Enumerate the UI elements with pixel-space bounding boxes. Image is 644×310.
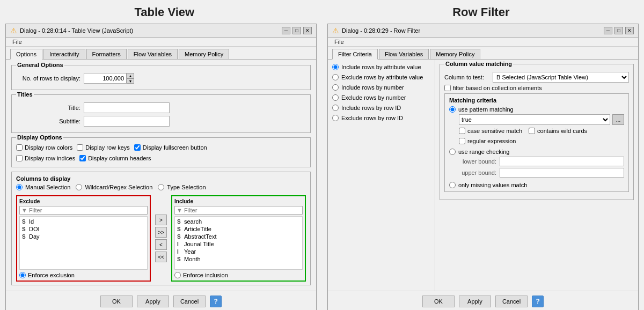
exclude-num-radio[interactable] (332, 94, 339, 101)
rows-up-btn[interactable]: ▲ (127, 73, 134, 78)
include-rowid-radio[interactable] (332, 105, 339, 111)
wildcard-radio[interactable] (76, 184, 82, 190)
tv-apply-button[interactable]: Apply (137, 296, 169, 307)
lower-bound-input[interactable] (500, 157, 624, 166)
move-right-btn[interactable]: > (155, 215, 167, 225)
rows-label: No. of rows to display: (16, 75, 80, 82)
rf-menu: File (328, 38, 638, 47)
minimize-button[interactable]: ─ (282, 27, 290, 34)
missing-values-radio[interactable] (449, 182, 456, 188)
tab-interactivity[interactable]: Interactivity (43, 49, 85, 59)
file-menu[interactable]: File (10, 38, 24, 46)
close-button[interactable]: ✕ (303, 27, 312, 34)
rf-tab-filter-criteria[interactable]: Filter Criteria (332, 49, 378, 60)
disp-fullscreen-check[interactable] (134, 144, 141, 151)
col-test-select[interactable]: B Selected (JavaScript Table View) (493, 72, 629, 83)
exclude-rowid-radio[interactable] (332, 115, 339, 121)
rf-ok-button[interactable]: OK (422, 296, 455, 307)
disp-row-colors-check[interactable] (16, 144, 23, 151)
include-legend: Include (174, 198, 303, 204)
regular-expression-row: regular expression (459, 138, 624, 144)
disp-row-indices-check[interactable] (16, 155, 23, 161)
pattern-matching-radio[interactable] (449, 106, 456, 113)
pattern-select[interactable]: true (459, 114, 610, 125)
tv-ok-button[interactable]: OK (100, 296, 133, 307)
tab-flow-variables[interactable]: Flow Variables (128, 49, 178, 59)
tv-cancel-button[interactable]: Cancel (173, 296, 206, 307)
rf-tab-flow-variables[interactable]: Flow Variables (379, 49, 429, 59)
case-sensitive-check[interactable] (459, 128, 465, 134)
manual-radio[interactable] (16, 184, 23, 190)
wildcard-label: Wildcard/Regex Selection (85, 184, 152, 190)
item-day: Day (29, 233, 40, 240)
regex-row: regular expression (459, 138, 624, 144)
include-filter-input[interactable] (184, 207, 301, 213)
move-all-left-btn[interactable]: << (155, 252, 167, 262)
include-filter-row: ▼ (174, 206, 303, 215)
display-checkboxes-2: Display row indices Display column heade… (16, 155, 306, 164)
exclude-attr-row: Exclude rows by attribute value (332, 74, 430, 80)
manual-radio-row: Manual Selection (16, 184, 70, 190)
include-panel: Include ▼ S search S Ar (171, 195, 306, 282)
disp-col-headers-check[interactable] (79, 155, 86, 161)
disp-row-colors-label: Display row colors (25, 144, 72, 151)
range-checking-radio[interactable] (449, 149, 456, 155)
tv-help-button[interactable]: ? (210, 296, 222, 307)
rf-file-menu[interactable]: File (332, 38, 346, 46)
pattern-add-btn[interactable]: ... (612, 114, 624, 125)
title-input[interactable] (84, 102, 170, 113)
rows-down-btn[interactable]: ▼ (127, 78, 134, 84)
list-item: S DOI (21, 225, 146, 233)
upper-bound-input[interactable] (500, 168, 624, 178)
rf-tabs: Filter Criteria Flow Variables Memory Po… (328, 47, 638, 60)
type-badge-s: S (22, 226, 27, 232)
list-item: S Month (176, 255, 301, 263)
rf-apply-button[interactable]: Apply (459, 296, 491, 307)
move-left-btn[interactable]: < (155, 239, 167, 250)
disp-col-headers-row: Display column headers (79, 155, 151, 161)
title-form-row: Title: (16, 102, 306, 113)
rf-left-panel: Include rows by attribute value Exclude … (328, 60, 435, 291)
tab-memory-policy[interactable]: Memory Policy (179, 49, 229, 59)
rf-minimize-button[interactable]: ─ (604, 27, 612, 34)
disp-row-keys-check[interactable] (77, 144, 83, 151)
maximize-button[interactable]: □ (292, 27, 301, 34)
rf-maximize-button[interactable]: □ (614, 27, 623, 34)
exclude-attr-radio[interactable] (332, 74, 339, 80)
list-item: I Year (176, 248, 301, 255)
filter-collection-check[interactable] (444, 85, 451, 91)
selection-radios: Manual Selection Wildcard/Regex Selectio… (16, 184, 306, 192)
include-rowid-row: Include rows by row ID (332, 105, 430, 111)
lower-bound-row: lower bound: (459, 157, 624, 166)
rf-help-button[interactable]: ? (532, 296, 544, 307)
rf-close-button[interactable]: ✕ (625, 27, 634, 34)
rf-titlebar-text: Dialog - 0:28:0:29 - Row Filter (342, 27, 420, 34)
include-num-row: Include rows by number (332, 84, 430, 91)
enforce-inclusion-radio[interactable] (174, 272, 181, 278)
type-label: Type Selection (167, 184, 206, 190)
enforce-exclusion-radio[interactable] (19, 272, 26, 278)
rf-cancel-button[interactable]: Cancel (495, 296, 528, 307)
lower-bound-label: lower bound: (459, 158, 496, 165)
include-num-radio[interactable] (332, 84, 339, 91)
contains-wildcards-check[interactable] (529, 128, 535, 134)
type-radio[interactable] (158, 184, 164, 190)
rows-form-row: No. of rows to display: ▲ ▼ (16, 73, 306, 84)
rf-tab-memory-policy[interactable]: Memory Policy (430, 49, 480, 59)
table-view-content: General Options No. of rows to display: … (6, 60, 316, 291)
exclude-filter-input[interactable] (29, 207, 145, 213)
regular-expression-check[interactable] (459, 138, 465, 144)
matching-criteria-label: Matching criteria (449, 97, 624, 104)
tab-formatters[interactable]: Formatters (86, 49, 127, 59)
matching-criteria-group: Matching criteria use pattern matching t… (444, 93, 629, 192)
columns-panels: Exclude ▼ S Id S DOI (16, 195, 306, 282)
rows-input[interactable] (84, 73, 127, 84)
subtitle-input[interactable] (84, 116, 170, 127)
rf-right-panel: Column value matching Column to test: B … (435, 60, 638, 291)
tab-options[interactable]: Options (10, 49, 42, 60)
disp-row-keys-label: Display row keys (85, 144, 130, 151)
include-rowid-label: Include rows by row ID (341, 105, 401, 111)
move-all-right-btn[interactable]: >> (155, 227, 167, 238)
include-attr-radio[interactable] (332, 64, 339, 70)
rows-spinner[interactable]: ▲ ▼ (84, 73, 134, 84)
